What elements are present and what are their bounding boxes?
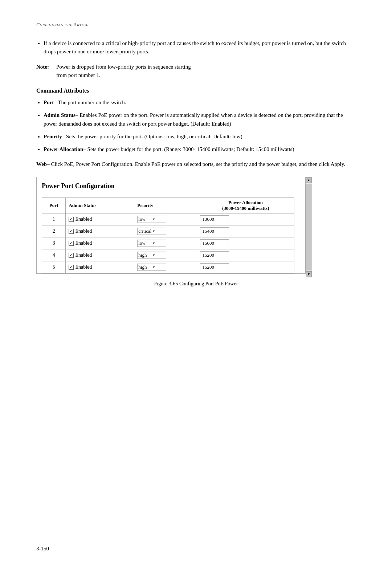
note-label: Note:: [36, 63, 56, 80]
table-row: 3 ✓ Enabled low ▼: [42, 237, 294, 249]
note-block: Note: Power is dropped from low-priority…: [36, 63, 356, 80]
power-input-3[interactable]: 15000: [200, 239, 229, 247]
cell-priority-2: critical ▼: [134, 225, 197, 237]
bullet-item-1: If a device is connected to a critical o…: [44, 39, 356, 56]
admin-status-checkbox-3[interactable]: ✓ Enabled: [69, 240, 92, 246]
cell-admin-4: ✓ Enabled: [66, 249, 134, 261]
cell-power-4: 15200: [197, 249, 294, 261]
cell-priority-4: high ▼: [134, 249, 197, 261]
attr-power-allocation: Power Allocation– Sets the power budget …: [44, 145, 356, 154]
checkbox-3[interactable]: ✓: [69, 241, 74, 246]
select-arrow-4: ▼: [152, 253, 165, 257]
table-row: 5 ✓ Enabled high ▼: [42, 261, 294, 273]
select-arrow-1: ▼: [152, 217, 165, 221]
power-input-1[interactable]: 13000: [200, 215, 229, 223]
col-admin-status: Admin Status: [66, 198, 134, 213]
admin-status-checkbox-1[interactable]: ✓ Enabled: [69, 216, 92, 222]
vertical-scrollbar[interactable]: ▲ ▼: [306, 177, 312, 277]
table-title: Power Port Configuration: [42, 182, 294, 193]
cell-priority-5: high ▼: [134, 261, 197, 273]
table-row: 4 ✓ Enabled high ▼: [42, 249, 294, 261]
cell-port-3: 3: [42, 237, 66, 249]
power-input-5[interactable]: 15200: [200, 263, 229, 271]
attribute-list: Port– The port number on the switch. Adm…: [44, 98, 356, 154]
select-arrow-5: ▼: [152, 265, 165, 269]
checkbox-5[interactable]: ✓: [69, 265, 74, 270]
cell-power-1: 13000: [197, 213, 294, 225]
checkbox-2[interactable]: ✓: [69, 229, 74, 234]
admin-status-checkbox-4[interactable]: ✓ Enabled: [69, 252, 92, 258]
figure-caption: Figure 3-65 Configuring Port PoE Power: [36, 281, 356, 287]
header-title-text: Configuring the Switch: [36, 22, 89, 27]
web-note: Web– Click PoE, Power Port Configuration…: [36, 160, 356, 168]
cell-admin-3: ✓ Enabled: [66, 237, 134, 249]
cell-priority-1: low ▼: [134, 213, 197, 225]
power-input-2[interactable]: 15400: [200, 227, 229, 235]
admin-status-checkbox-5[interactable]: ✓ Enabled: [69, 264, 92, 270]
col-power-allocation: Power Allocation (3000-15400 milliwatts): [197, 198, 294, 213]
table-row: 1 ✓ Enabled low ▼: [42, 213, 294, 225]
checkbox-1[interactable]: ✓: [69, 217, 74, 222]
page-number: 3-150: [36, 546, 49, 552]
cell-power-5: 15200: [197, 261, 294, 273]
cell-admin-5: ✓ Enabled: [66, 261, 134, 273]
scrollbar-down-button[interactable]: ▼: [306, 271, 312, 277]
attr-port: Port– The port number on the switch.: [44, 98, 356, 107]
cell-priority-3: low ▼: [134, 237, 197, 249]
checkbox-4[interactable]: ✓: [69, 253, 74, 258]
priority-select-4[interactable]: high ▼: [137, 252, 166, 259]
power-port-config-table-container: Power Port Configuration Port Admin Stat…: [36, 177, 306, 274]
cell-admin-1: ✓ Enabled: [66, 213, 134, 225]
col-priority: Priority: [134, 198, 197, 213]
power-input-4[interactable]: 15200: [200, 251, 229, 259]
col-port: Port: [42, 198, 66, 213]
priority-select-3[interactable]: low ▼: [137, 240, 166, 247]
attr-admin-status: Admin Status– Enables PoE power on the p…: [44, 111, 356, 128]
cell-port-1: 1: [42, 213, 66, 225]
arrow-down-icon: ▼: [307, 272, 310, 276]
note-content: Power is dropped from low-priority ports…: [56, 63, 191, 80]
priority-select-1[interactable]: low ▼: [137, 216, 166, 223]
table-header-row: Port Admin Status Priority Power Allocat…: [42, 198, 294, 213]
cell-port-2: 2: [42, 225, 66, 237]
select-arrow-2: ▼: [152, 229, 165, 233]
table-row: 2 ✓ Enabled critical ▼: [42, 225, 294, 237]
select-arrow-3: ▼: [152, 241, 165, 245]
attr-priority: Priority– Sets the power priority for th…: [44, 133, 356, 141]
page-header: Configuring the Switch: [36, 22, 356, 28]
cell-port-4: 4: [42, 249, 66, 261]
cell-admin-2: ✓ Enabled: [66, 225, 134, 237]
cell-power-3: 15000: [197, 237, 294, 249]
priority-select-5[interactable]: high ▼: [137, 264, 166, 271]
config-table: Port Admin Status Priority Power Allocat…: [42, 198, 294, 273]
cell-power-2: 15400: [197, 225, 294, 237]
scrollbar-thumb[interactable]: [306, 184, 312, 270]
scrollbar-up-button[interactable]: ▲: [306, 177, 312, 183]
admin-status-checkbox-2[interactable]: ✓ Enabled: [69, 228, 92, 234]
command-attributes-heading: Command Attributes: [36, 87, 356, 94]
cell-port-5: 5: [42, 261, 66, 273]
arrow-up-icon: ▲: [307, 178, 310, 182]
intro-bullet-list: If a device is connected to a critical o…: [44, 39, 356, 56]
priority-select-2[interactable]: critical ▼: [137, 228, 166, 235]
